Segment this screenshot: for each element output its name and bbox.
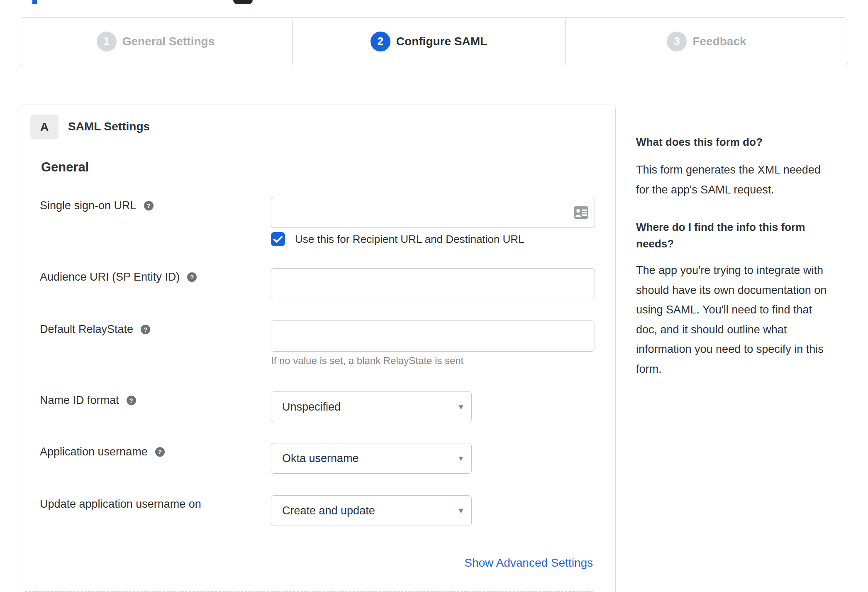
step-2-number: 2 (371, 32, 390, 51)
sso-url-label: Single sign-on URL ? (40, 199, 154, 212)
help-icon-sso-url[interactable]: ? (144, 201, 154, 210)
chevron-down-icon: ▾ (458, 453, 463, 463)
sidebar-heading-2: Where do I find the info this form needs… (636, 219, 868, 252)
contact-card-icon (574, 206, 588, 219)
saml-settings-panel: A SAML Settings General Single sign-on U… (19, 105, 616, 592)
name-id-format-label: Name ID format ? (40, 394, 136, 407)
checkmark-icon (273, 236, 283, 243)
cutoff-blue-fragment (32, 0, 37, 4)
general-section-heading: General (41, 160, 89, 175)
step-1-label: General Settings (122, 35, 215, 48)
step-configure-saml[interactable]: 2 Configure SAML (293, 18, 566, 65)
relaystate-label: Default RelayState ? (40, 323, 150, 336)
step-3-number: 3 (667, 32, 687, 51)
audience-uri-label: Audience URI (SP Entity ID) ? (40, 270, 197, 284)
chevron-down-icon: ▾ (458, 402, 463, 412)
recipient-url-checkbox[interactable] (271, 232, 285, 246)
step-general-settings[interactable]: 1 General Settings (19, 18, 293, 65)
chevron-down-icon: ▾ (458, 506, 463, 516)
section-badge-a: A (30, 115, 59, 139)
help-icon-relaystate[interactable]: ? (141, 325, 150, 334)
step-1-number: 1 (97, 32, 117, 51)
sso-url-input[interactable] (271, 197, 595, 228)
relaystate-hint: If no value is set, a blank RelayState i… (271, 354, 463, 367)
step-3-label: Feedback (692, 35, 746, 48)
panel-title: SAML Settings (68, 120, 150, 134)
sidebar-heading-1: What does this form do? (636, 135, 868, 149)
wizard-stepper: 1 General Settings 2 Configure SAML 3 Fe… (19, 17, 848, 65)
application-username-label: Application username ? (40, 445, 165, 458)
update-username-label: Update application username on (40, 497, 201, 511)
application-username-select[interactable]: Okta username ▾ (271, 443, 472, 474)
audience-uri-input[interactable] (271, 268, 595, 299)
name-id-format-select[interactable]: Unspecified ▾ (271, 391, 472, 422)
help-icon-application-username[interactable]: ? (155, 447, 165, 457)
help-icon-audience-uri[interactable]: ? (187, 272, 197, 282)
recipient-url-checkbox-row: Use this for Recipient URL and Destinati… (271, 232, 524, 246)
relaystate-input[interactable] (271, 320, 595, 352)
cutoff-dark-fragment (233, 0, 253, 4)
step-feedback[interactable]: 3 Feedback (566, 18, 848, 65)
sidebar-paragraph-1: This form generates the XML needed for t… (636, 160, 868, 200)
sidebar-paragraph-2: The app you're trying to integrate with … (636, 261, 868, 379)
step-2-label: Configure SAML (396, 35, 487, 48)
show-advanced-settings-link[interactable]: Show Advanced Settings (464, 556, 593, 570)
update-username-select[interactable]: Create and update ▾ (271, 495, 472, 526)
recipient-url-checkbox-label: Use this for Recipient URL and Destinati… (295, 233, 524, 246)
help-icon-name-id-format[interactable]: ? (127, 396, 136, 405)
